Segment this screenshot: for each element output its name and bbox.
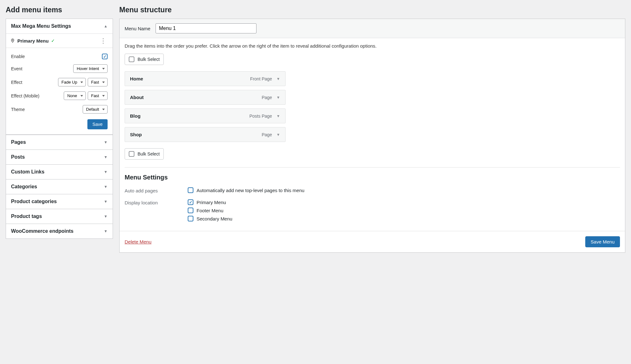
panel-title: Custom Links xyxy=(11,169,44,175)
panel-title: Pages xyxy=(11,139,26,145)
caret-down-icon: ▼ xyxy=(104,185,108,189)
panel-header[interactable]: Categories ▼ xyxy=(6,179,113,194)
panel-posts: Posts ▼ xyxy=(6,150,113,165)
effect-label: Effect xyxy=(11,80,22,85)
enable-checkbox[interactable] xyxy=(102,54,108,59)
location-label: Secondary Menu xyxy=(197,216,232,221)
menu-item-type: Posts Page xyxy=(250,114,272,119)
panel-header[interactable]: Custom Links ▼ xyxy=(6,165,113,179)
menu-item-type: Page xyxy=(262,132,272,137)
panel-product-tags: Product tags ▼ xyxy=(6,209,113,224)
check-icon: ✓ xyxy=(51,38,55,43)
event-select[interactable]: Hover Intent xyxy=(73,64,108,73)
menu-item[interactable]: Home Front Page ▼ xyxy=(125,71,286,86)
bulk-select-label-top: Bulk Select xyxy=(138,57,160,62)
auto-add-checkbox[interactable] xyxy=(188,187,193,193)
location-label: Footer Menu xyxy=(197,208,223,213)
effect-select[interactable]: Fade Up xyxy=(58,78,86,86)
menu-name-input[interactable] xyxy=(156,23,257,33)
menu-item-type: Front Page xyxy=(250,76,272,81)
location-checkbox[interactable] xyxy=(188,199,193,205)
effect-mobile-label: Effect (Mobile) xyxy=(11,93,39,98)
panel-title: Posts xyxy=(11,154,25,160)
delete-menu-link[interactable]: Delete Menu xyxy=(125,239,151,244)
location-label: Primary Menu xyxy=(197,200,226,205)
caret-down-icon: ▼ xyxy=(104,229,108,233)
panel-header[interactable]: Posts ▼ xyxy=(6,150,113,164)
menu-item-title: Home xyxy=(130,76,143,81)
max-mega-menu-title: Max Mega Menu Settings xyxy=(11,23,71,29)
panel-woocommerce-endpoints: WooCommerce endpoints ▼ xyxy=(6,224,113,239)
menu-item-title: Blog xyxy=(130,113,140,119)
caret-down-icon[interactable]: ▼ xyxy=(276,95,280,100)
panel-categories: Categories ▼ xyxy=(6,179,113,194)
caret-down-icon[interactable]: ▼ xyxy=(276,114,280,118)
menu-structure-panel: Menu Name Drag the items into the order … xyxy=(119,19,625,253)
kebab-menu-icon[interactable]: ⋮ xyxy=(98,38,108,44)
menu-item[interactable]: Shop Page ▼ xyxy=(125,127,286,142)
panel-header[interactable]: Product categories ▼ xyxy=(6,194,113,209)
save-menu-button[interactable]: Save Menu xyxy=(585,236,620,247)
bulk-select-bottom[interactable]: Bulk Select xyxy=(125,148,164,160)
menu-item[interactable]: Blog Posts Page ▼ xyxy=(125,109,286,123)
display-location-label: Display location xyxy=(125,199,188,224)
theme-label: Theme xyxy=(11,107,25,112)
menu-item[interactable]: About Page ▼ xyxy=(125,90,286,105)
panel-title: Product categories xyxy=(11,199,57,204)
menu-item-title: Shop xyxy=(130,132,142,137)
effect-mobile-select[interactable]: None xyxy=(64,91,86,100)
location-checkbox[interactable] xyxy=(188,208,193,213)
caret-down-icon[interactable]: ▼ xyxy=(276,77,280,81)
bulk-select-checkbox-bottom[interactable] xyxy=(129,151,134,157)
enable-label: Enable xyxy=(11,54,25,59)
caret-down-icon: ▼ xyxy=(104,155,108,159)
caret-down-icon[interactable]: ▼ xyxy=(276,132,280,137)
auto-add-label: Auto add pages xyxy=(125,187,188,196)
menu-structure-heading: Menu structure xyxy=(119,0,625,19)
bulk-select-checkbox-top[interactable] xyxy=(129,56,134,62)
add-menu-items-heading: Add menu items xyxy=(6,0,113,19)
instructions-text: Drag the items into the order you prefer… xyxy=(125,43,620,49)
panel-title: WooCommerce endpoints xyxy=(11,228,74,234)
mmm-save-button[interactable]: Save xyxy=(87,119,108,129)
caret-down-icon: ▼ xyxy=(104,170,108,174)
auto-add-option-text: Automatically add new top-level pages to… xyxy=(197,188,304,193)
location-pin-icon xyxy=(10,38,15,43)
svg-point-0 xyxy=(12,40,13,41)
caret-down-icon: ▼ xyxy=(104,199,108,204)
max-mega-menu-panel: Max Mega Menu Settings ▲ Primary Menu ✓ … xyxy=(6,19,113,135)
panel-title: Product tags xyxy=(11,214,42,219)
panel-header[interactable]: Product tags ▼ xyxy=(6,209,113,224)
panel-custom-links: Custom Links ▼ xyxy=(6,165,113,179)
event-label: Event xyxy=(11,66,22,71)
panel-pages: Pages ▼ xyxy=(6,135,113,150)
effect-mobile-speed-select[interactable]: Fast xyxy=(88,91,108,100)
bulk-select-label-bottom: Bulk Select xyxy=(138,151,160,156)
menu-name-label: Menu Name xyxy=(125,26,150,31)
menu-settings-heading: Menu Settings xyxy=(125,174,620,181)
caret-up-icon: ▲ xyxy=(104,24,108,28)
mmm-location-row: Primary Menu ✓ ⋮ xyxy=(6,33,113,48)
panel-product-categories: Product categories ▼ xyxy=(6,194,113,209)
location-checkbox[interactable] xyxy=(188,216,193,221)
panel-header[interactable]: Pages ▼ xyxy=(6,135,113,150)
mmm-settings-body: Enable Event Hover Intent Effect Fade Up… xyxy=(6,48,113,134)
menu-item-type: Page xyxy=(262,95,272,100)
caret-down-icon: ▼ xyxy=(104,214,108,219)
max-mega-menu-header[interactable]: Max Mega Menu Settings ▲ xyxy=(6,19,113,33)
panel-title: Categories xyxy=(11,184,37,190)
caret-down-icon: ▼ xyxy=(104,140,108,144)
theme-select[interactable]: Default xyxy=(83,105,108,114)
mmm-location-name: Primary Menu xyxy=(17,38,49,44)
bulk-select-top[interactable]: Bulk Select xyxy=(125,54,164,65)
menu-item-title: About xyxy=(130,95,144,100)
effect-speed-select[interactable]: Fast xyxy=(88,78,108,86)
panel-header[interactable]: WooCommerce endpoints ▼ xyxy=(6,224,113,238)
